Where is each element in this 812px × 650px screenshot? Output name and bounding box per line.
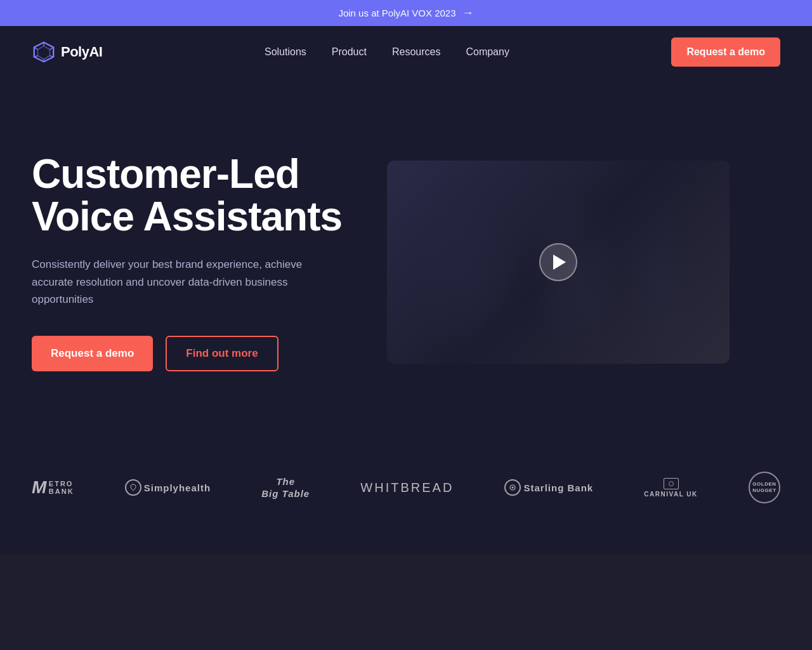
simplyhealth-label: Simplyhealth bbox=[144, 482, 211, 493]
goldennugget-label: GOLDENNUGGET bbox=[752, 481, 776, 494]
nav-product[interactable]: Product bbox=[332, 46, 367, 58]
navbar: PolyAI Solutions Product Resources Compa… bbox=[0, 26, 812, 78]
metrobank-label: ETRO bbox=[49, 480, 74, 488]
goldennugget-badge: GOLDENNUGGET bbox=[749, 472, 780, 503]
hero-find-out-more-button[interactable]: Find out more bbox=[166, 336, 278, 371]
logo-wordmark: PolyAI bbox=[61, 44, 102, 60]
whitbread-label: WHITBREAD bbox=[360, 481, 454, 495]
carnival-label: CARNIVAL UK bbox=[644, 491, 697, 498]
top-banner[interactable]: Join us at PolyAI VOX 2023 → bbox=[0, 0, 812, 26]
logo-starling: Starling Bank bbox=[504, 479, 593, 496]
logo-goldennugget: GOLDENNUGGET bbox=[749, 472, 780, 503]
banner-arrow: → bbox=[462, 6, 474, 20]
hero-request-demo-button[interactable]: Request a demo bbox=[32, 336, 153, 371]
hero-title: Customer-Led Voice Assistants bbox=[32, 153, 349, 238]
hero-video-bg bbox=[387, 161, 730, 364]
hero-title-line1: Customer-Led bbox=[32, 151, 299, 197]
logo-simplyhealth: Simplyhealth bbox=[125, 479, 211, 496]
simplyhealth-svg bbox=[129, 483, 138, 492]
logo-bigtable: TheBig Table bbox=[261, 475, 310, 500]
hero-video[interactable] bbox=[387, 161, 730, 364]
svg-point-9 bbox=[512, 487, 514, 489]
logo-carnival: CARNIVAL UK bbox=[644, 478, 697, 498]
goldennugget-circle: GOLDENNUGGET bbox=[749, 472, 780, 503]
carnival-cam bbox=[664, 478, 679, 489]
nav-resources[interactable]: Resources bbox=[392, 46, 440, 58]
carnival-icon-area: CARNIVAL UK bbox=[644, 478, 697, 498]
video-play-button[interactable] bbox=[539, 243, 577, 281]
metrobank-bank: BANK bbox=[49, 488, 74, 495]
logo[interactable]: PolyAI bbox=[32, 40, 102, 64]
metrobank-m: M bbox=[32, 477, 46, 498]
hero-title-line2: Voice Assistants bbox=[32, 194, 342, 239]
nav-solutions[interactable]: Solutions bbox=[265, 46, 306, 58]
hero-content: Customer-Led Voice Assistants Consistent… bbox=[32, 153, 349, 371]
logo-whitbread: WHITBREAD bbox=[360, 481, 454, 495]
logos-section: M ETRO BANK Simplyhealth TheBig Table WH… bbox=[0, 434, 812, 554]
logo-metrobank: M ETRO BANK bbox=[32, 477, 74, 498]
svg-marker-1 bbox=[38, 46, 50, 60]
banner-text: Join us at PolyAI VOX 2023 bbox=[338, 8, 455, 18]
starling-label: Starling Bank bbox=[523, 482, 593, 493]
logo-icon bbox=[32, 40, 56, 64]
hero-buttons: Request a demo Find out more bbox=[32, 336, 349, 371]
starling-icon bbox=[504, 479, 521, 496]
nav-company[interactable]: Company bbox=[466, 46, 509, 58]
nav-request-demo-button[interactable]: Request a demo bbox=[671, 37, 780, 67]
logos-row: M ETRO BANK Simplyhealth TheBig Table WH… bbox=[32, 472, 780, 503]
bigtable-label: TheBig Table bbox=[261, 475, 310, 500]
simplyhealth-icon bbox=[125, 479, 141, 496]
nav-links: Solutions Product Resources Company bbox=[265, 46, 509, 58]
hero-section: Customer-Led Voice Assistants Consistent… bbox=[0, 78, 812, 434]
hero-subtitle: Consistently deliver your best brand exp… bbox=[32, 256, 311, 308]
starling-svg bbox=[508, 483, 517, 492]
